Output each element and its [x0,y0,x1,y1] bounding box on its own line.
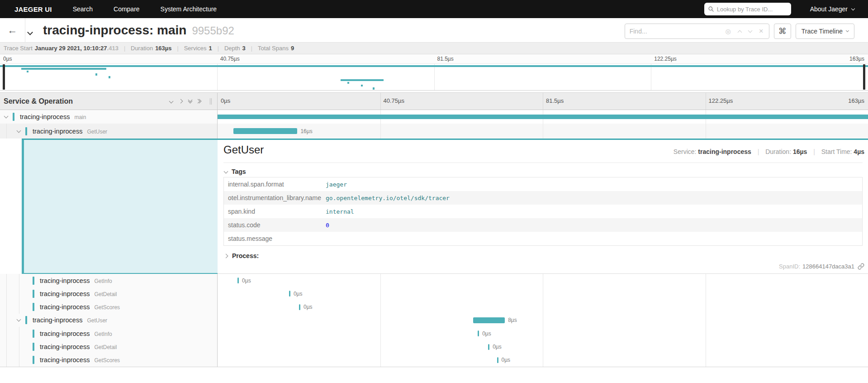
span-row-getscores[interactable]: tracing-inprocessGetScores0µs [0,301,868,314]
find-prev-icon[interactable] [737,30,742,34]
span-timeline-cell[interactable]: 16µs [218,124,868,139]
trace-title: tracing-inprocess: main9955b92 [43,23,234,38]
span-operation-name: GetUser [87,128,107,134]
gridline [380,354,381,367]
gridline [651,64,651,90]
clear-find-icon[interactable]: × [759,27,764,36]
nav-item-search[interactable]: Search [73,5,93,13]
tag-key: status.code [224,221,326,229]
tag-row-internal.span.format[interactable]: internal.span.formatjaeger [224,177,862,191]
ruler-tick: 81.5µs [546,97,564,104]
span-duration-bar[interactable] [478,330,479,336]
trace-id-lookup-input[interactable] [717,6,785,13]
span-expand-chevron-icon[interactable] [4,114,9,119]
span-operation-name: GetUser [87,317,107,324]
ruler-tick: 40.75µs [384,97,405,104]
find-box[interactable]: ◎ × [625,24,769,39]
span-duration-bar[interactable] [237,278,239,283]
span-service-name: tracing-inprocessGetScores [40,303,120,311]
span-row-getinfo[interactable]: tracing-inprocessGetInfo0µs [0,274,868,287]
span-row-getdetail[interactable]: tracing-inprocessGetDetail0µs [0,287,868,300]
trace-id-short: 9955b92 [192,24,234,37]
span-row-getdetail[interactable]: tracing-inprocessGetDetail0µs [0,340,868,353]
span-row-getscores[interactable]: tracing-inprocessGetScores0µs [0,354,868,367]
gridline [217,64,218,90]
span-name-cell[interactable]: tracing-inprocessGetInfo [0,274,218,287]
span-row-getuser[interactable]: tracing-inprocessGetUser8µs [0,314,868,327]
expand-one-icon[interactable] [179,99,183,104]
span-timeline-cell[interactable]: 0µs [218,301,868,314]
collapse-one-icon[interactable] [169,99,174,104]
nav-item-system-architecture[interactable]: System Architecture [161,5,217,13]
gridline [543,287,543,300]
trace-collapse-caret[interactable] [28,28,32,36]
trace-id-lookup[interactable] [704,3,791,15]
gridline [380,93,381,110]
span-duration-bar[interactable] [218,115,868,119]
collapse-all-icon[interactable] [189,100,192,103]
range-handle-right[interactable] [863,64,865,90]
find-input[interactable] [625,28,720,35]
gridline [543,124,543,139]
tag-row-status.message[interactable]: status.message [224,232,862,245]
span-service-name: tracing-inprocessGetInfo [40,277,112,284]
tag-row-span.kind[interactable]: span.kindinternal [224,205,862,218]
span-name-cell[interactable]: tracing-inprocessmain [0,110,218,124]
minimap-canvas[interactable] [0,63,868,91]
span-duration-bar[interactable] [473,317,505,323]
span-timeline-cell[interactable]: 0µs [218,274,868,287]
span-expand-chevron-icon[interactable] [17,317,21,322]
span-timeline-cell[interactable]: 0µs [218,340,868,353]
span-row-getuser[interactable]: tracing-inprocessGetUser16µs [0,124,868,139]
span-duration-bar[interactable] [299,304,300,310]
span-timeline-cell[interactable] [218,110,868,124]
indent-guide [6,287,7,300]
tag-row-status.code[interactable]: status.code0 [224,218,862,232]
span-row-main[interactable]: tracing-inprocessmain [0,110,868,124]
span-duration-label: 0µs [493,344,502,350]
span-name-cell[interactable]: tracing-inprocessGetInfo [0,327,218,340]
span-timeline-cell[interactable]: 0µs [218,287,868,300]
expand-all-icon[interactable] [198,100,201,103]
gridline [380,327,381,340]
copy-link-icon[interactable] [858,263,864,270]
span-service-name: tracing-inprocessGetDetail [40,343,117,350]
span-name-cell[interactable]: tracing-inprocessGetScores [0,301,218,314]
find-next-icon[interactable] [748,29,752,33]
span-timeline-cell[interactable]: 8µs [218,314,868,327]
nav-item-compare[interactable]: Compare [114,5,140,13]
span-name-cell[interactable]: tracing-inprocessGetUser [0,314,218,327]
span-timeline-cell[interactable]: 0µs [218,354,868,367]
span-duration-bar[interactable] [233,128,297,134]
span-duration-bar[interactable] [289,291,290,297]
trace-view-selector[interactable]: Trace Timeline [796,24,854,39]
span-row-getinfo[interactable]: tracing-inprocessGetInfo0µs [0,327,868,340]
indent-guide [6,301,7,314]
indent-guide [19,301,19,314]
span-duration-bar[interactable] [497,357,498,363]
keyboard-shortcuts-button[interactable]: ⌘ [774,24,791,39]
about-jaeger-menu[interactable]: About Jaeger [810,5,854,13]
span-operation-name: GetScores [94,357,120,364]
minimap-span-bar [0,65,868,67]
span-expand-chevron-icon[interactable] [17,128,21,133]
back-button[interactable]: ← [0,18,25,42]
chevron-down-icon [27,29,33,35]
span-name-cell[interactable]: tracing-inprocessGetDetail [0,287,218,300]
gridline [380,301,381,314]
span-duration-bar[interactable] [488,344,489,350]
tags-section-toggle[interactable]: Tags [224,168,246,175]
span-name-cell[interactable]: tracing-inprocessGetDetail [0,340,218,353]
meta-item-services: Services1 [184,45,212,52]
jaeger-logo[interactable]: JAEGER UI [14,5,52,13]
span-name-cell[interactable]: tracing-inprocessGetUser [0,124,218,139]
detail-service-value: tracing-inprocess [698,148,751,155]
span-timeline-cell[interactable]: 0µs [218,327,868,340]
span-duration-label: 0µs [304,304,313,310]
column-resize-grip[interactable] [210,98,212,105]
tag-row-otel.instrumentation_library.name[interactable]: otel.instrumentation_library.namego.open… [224,191,862,205]
span-name-cell[interactable]: tracing-inprocessGetScores [0,354,218,367]
locate-icon[interactable]: ◎ [726,28,731,35]
range-handle-left[interactable] [3,64,5,90]
process-section-toggle[interactable]: Process: [224,252,259,259]
